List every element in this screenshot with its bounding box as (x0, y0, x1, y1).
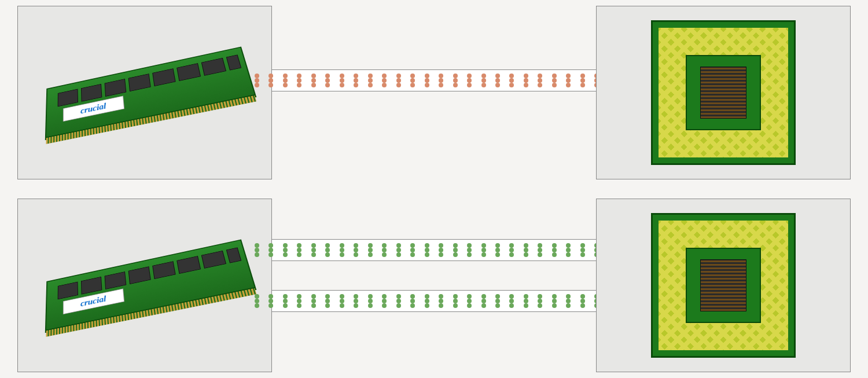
data-dot-icon (354, 78, 358, 83)
data-dot-icon (368, 294, 373, 299)
data-dot-icon (297, 78, 301, 83)
data-dot-icon (325, 294, 330, 299)
data-dot-icon (453, 83, 458, 87)
data-dot-icon (283, 252, 288, 257)
data-dot-icon (552, 78, 557, 83)
data-dot-icon (382, 294, 387, 299)
cpu-icon (651, 20, 796, 165)
data-dot-icon (580, 248, 585, 252)
data-dot-icon (552, 83, 557, 87)
ram-brand-text: crucial (80, 295, 106, 309)
data-dot-icon (382, 303, 387, 308)
data-dot-icon (396, 78, 401, 83)
data-dot-icon (481, 78, 486, 83)
data-dot-icon (255, 74, 259, 78)
data-dot-icon (425, 78, 429, 83)
data-dot-icon (580, 243, 585, 248)
data-pipe (272, 239, 596, 261)
data-dot-icon (467, 78, 472, 83)
data-dot-icon (340, 74, 344, 78)
data-dot-icon (453, 78, 458, 83)
data-dot-icon (439, 83, 443, 87)
data-dot-icon (425, 248, 429, 252)
data-dot-icon (566, 248, 571, 252)
data-dot-icon (467, 248, 472, 252)
data-dot-icon (439, 294, 443, 299)
data-dot-icon (311, 74, 316, 78)
data-dot-icon (538, 294, 542, 299)
data-dot-icon (481, 252, 486, 257)
data-dot-icon (297, 74, 301, 78)
data-dot-icon (524, 78, 528, 83)
data-dot-icon (410, 78, 415, 83)
data-dot-icon (382, 74, 387, 78)
data-dot-icon (311, 78, 316, 83)
data-dot-icon (467, 83, 472, 87)
data-dot-icon (566, 74, 571, 78)
data-dot-icon (297, 252, 301, 257)
data-dot-icon (340, 303, 344, 308)
data-dot-icon (552, 294, 557, 299)
data-dot-icon (425, 299, 429, 303)
data-dot-icon (382, 78, 387, 83)
data-dot-icon (524, 299, 528, 303)
data-dot-icon (368, 83, 373, 87)
data-dot-icon (524, 303, 528, 308)
data-dot-icon (311, 299, 316, 303)
data-dot-icon (509, 74, 514, 78)
data-dot-icon (453, 299, 458, 303)
data-dot-icon (509, 294, 514, 299)
data-dot-icon (439, 299, 443, 303)
data-dot-icon (552, 303, 557, 308)
data-dot-icon (453, 303, 458, 308)
data-dots (255, 74, 613, 87)
data-dot-icon (255, 83, 259, 87)
data-dot-icon (524, 83, 528, 87)
data-dot-icon (283, 243, 288, 248)
data-dot-icon (283, 299, 288, 303)
data-dots (255, 294, 613, 308)
data-dot-icon (439, 243, 443, 248)
data-dot-icon (495, 74, 500, 78)
data-dot-icon (467, 74, 472, 78)
data-dot-icon (255, 299, 259, 303)
data-dot-icon (467, 299, 472, 303)
data-dot-icon (396, 252, 401, 257)
data-dot-icon (467, 294, 472, 299)
data-dot-icon (255, 243, 259, 248)
data-dot-icon (552, 74, 557, 78)
data-dot-icon (255, 303, 259, 308)
data-bus-single (272, 69, 596, 91)
data-dot-icon (425, 294, 429, 299)
data-dot-icon (509, 243, 514, 248)
data-dot-icon (269, 303, 273, 308)
data-dot-icon (552, 299, 557, 303)
data-dot-icon (396, 248, 401, 252)
data-dot-icon (566, 243, 571, 248)
data-dot-icon (410, 74, 415, 78)
data-dot-icon (552, 252, 557, 257)
data-dot-icon (340, 252, 344, 257)
data-dots (255, 243, 613, 257)
data-dot-icon (538, 252, 542, 257)
data-dot-icon (410, 252, 415, 257)
data-dot-icon (538, 243, 542, 248)
data-dot-icon (439, 303, 443, 308)
data-dot-icon (269, 248, 273, 252)
data-dot-icon (283, 248, 288, 252)
data-dot-icon (538, 74, 542, 78)
data-dot-icon (297, 243, 301, 248)
data-dot-icon (396, 303, 401, 308)
data-dot-icon (269, 252, 273, 257)
data-dot-icon (439, 74, 443, 78)
data-dot-icon (255, 252, 259, 257)
data-dot-icon (269, 243, 273, 248)
data-dot-icon (481, 83, 486, 87)
data-dot-icon (552, 243, 557, 248)
data-dot-icon (368, 78, 373, 83)
row-single-channel: crucial (0, 6, 868, 179)
data-dot-icon (325, 299, 330, 303)
data-dot-icon (269, 78, 273, 83)
data-dot-icon (354, 83, 358, 87)
data-dot-icon (453, 74, 458, 78)
